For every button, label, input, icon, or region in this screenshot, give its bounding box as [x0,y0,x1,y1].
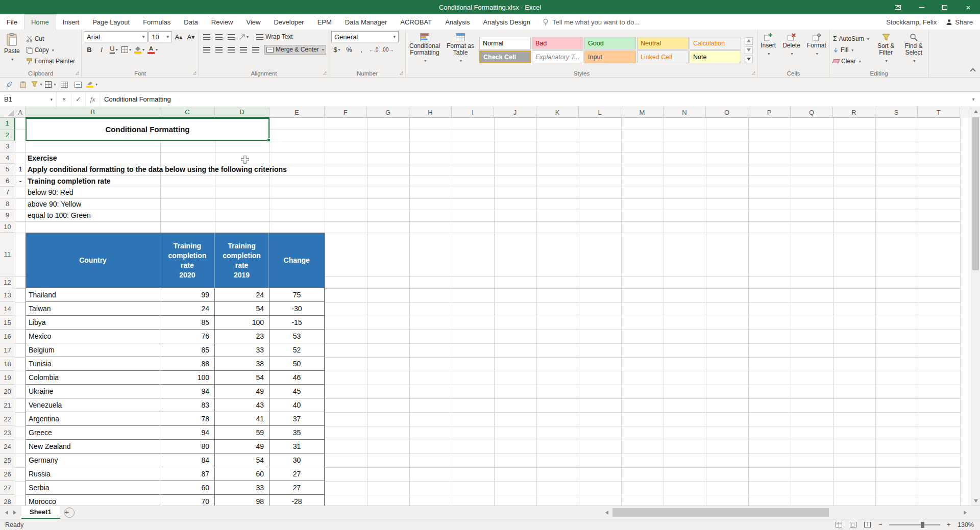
ribbon-tab-formulas[interactable]: Formulas [136,14,177,30]
column-header-d[interactable]: D [215,107,270,118]
column-header-g[interactable]: G [367,107,409,118]
qat-paste-button[interactable] [17,79,29,91]
table-header-training[interactable]: Training completion rate 2019 [215,233,270,288]
user-name[interactable]: Stockkamp, Felix [886,18,937,26]
cell-style-explanatory-t[interactable]: Explanatory T... [532,51,583,63]
previous-sheet-icon[interactable] [5,511,8,515]
paste-button[interactable]: Paste [2,31,22,69]
sheet-tab-sheet1[interactable]: Sheet1 [21,506,60,519]
table-cell-argentina-1[interactable]: 78 [160,412,215,426]
ribbon-tab-review[interactable]: Review [205,14,240,30]
qat-borders-button[interactable] [44,79,57,91]
column-header-i[interactable]: I [452,107,494,118]
cell-B6[interactable]: Training completion rate [28,175,111,187]
column-header-p[interactable]: P [748,107,791,118]
tell-me-box[interactable]: Tell me what you want to do... [542,14,640,30]
table-cell-mexico-1[interactable]: 76 [160,330,215,343]
ribbon-tab-file[interactable]: File [0,14,24,30]
table-cell-taiwan-0[interactable]: Taiwan [26,302,160,316]
insert-cells-button[interactable]: Insert [758,31,778,69]
table-cell-colombia-2[interactable]: 54 [215,371,270,385]
autosum-button[interactable]: ΣAutoSum [831,34,871,44]
table-cell-russia-2[interactable]: 60 [215,467,270,481]
table-cell-ukraine-1[interactable]: 94 [160,385,215,398]
table-cell-taiwan-1[interactable]: 24 [160,302,215,316]
ribbon-tab-home[interactable]: Home [24,14,56,30]
table-cell-greece-0[interactable]: Greece [26,426,160,440]
table-cell-germany-2[interactable]: 54 [215,453,270,467]
table-cell-morocco-2[interactable]: 98 [215,495,270,506]
table-cell-new-zealand-1[interactable]: 80 [160,440,215,453]
select-all-button[interactable] [0,107,15,118]
table-cell-greece-2[interactable]: 59 [215,426,270,440]
row-header-14[interactable]: 14 [0,302,15,316]
column-header-n[interactable]: N [664,107,706,118]
table-cell-venezuela-2[interactable]: 43 [215,398,270,412]
table-cell-morocco-0[interactable]: Morocco [26,495,160,506]
row-header-3[interactable]: 3 [0,141,15,153]
new-sheet-button[interactable]: + [64,508,75,518]
scroll-right-button[interactable] [961,506,970,519]
sort-filter-button[interactable]: Sort & Filter [873,31,899,69]
horizontal-scroll-thumb[interactable] [612,508,829,517]
row-header-19[interactable]: 19 [0,371,15,385]
table-cell-tunisia-2[interactable]: 38 [215,357,270,371]
conditional-formatting-button[interactable]: Conditional Formatting [408,31,442,69]
table-cell-argentina-0[interactable]: Argentina [26,412,160,426]
align-middle-button[interactable] [213,31,225,42]
table-cell-germany-1[interactable]: 84 [160,453,215,467]
increase-indent-button[interactable] [250,44,261,55]
table-cell-new-zealand-0[interactable]: New Zealand [26,440,160,453]
row-header-11[interactable]: 11 [0,233,15,276]
share-button[interactable]: Share [946,18,973,26]
table-cell-germany-3[interactable]: 30 [270,453,325,467]
align-bottom-button[interactable] [226,31,237,42]
table-header-country[interactable]: Country [26,233,160,288]
increase-decimal-button[interactable]: ←.0 [368,44,379,55]
font-size-select[interactable]: 10 [149,31,172,42]
table-cell-colombia-1[interactable]: 100 [160,371,215,385]
cell-style-input[interactable]: Input [584,51,636,63]
decrease-decimal-button[interactable]: .00→ [380,44,395,55]
cell-B4[interactable]: Exercise [28,153,57,164]
ribbon-tab-acrobat[interactable]: ACROBAT [394,14,438,30]
row-header-2[interactable]: 2 [0,130,15,141]
copy-button[interactable]: Copy [24,45,77,55]
find-select-button[interactable]: Find & Select [901,31,926,69]
row-header-6[interactable]: 6 [0,175,15,187]
row-header-24[interactable]: 24 [0,440,15,453]
row-header-7[interactable]: 7 [0,187,15,198]
table-header-training[interactable]: Training completion rate 2020 [160,233,215,288]
styles-gallery-up-button[interactable] [745,37,753,45]
table-cell-colombia-0[interactable]: Colombia [26,371,160,385]
clipboard-dialog-launcher-icon[interactable] [75,70,80,75]
table-cell-libya-3[interactable]: -15 [270,316,325,330]
table-cell-russia-0[interactable]: Russia [26,467,160,481]
cell-B7[interactable]: below 90: Red [28,187,74,198]
column-header-l[interactable]: L [579,107,621,118]
column-header-q[interactable]: Q [791,107,833,118]
row-header-10[interactable]: 10 [0,221,15,233]
styles-dialog-launcher-icon[interactable] [751,70,756,75]
table-cell-libya-1[interactable]: 85 [160,316,215,330]
row-header-22[interactable]: 22 [0,412,15,426]
minimize-button[interactable] [910,0,933,14]
column-header-t[interactable]: T [918,107,960,118]
cell-style-good[interactable]: Good [584,37,636,49]
table-cell-thailand-0[interactable]: Thailand [26,288,160,302]
cell-style-note[interactable]: Note [690,51,741,63]
table-cell-venezuela-3[interactable]: 40 [270,398,325,412]
table-cell-taiwan-2[interactable]: 54 [215,302,270,316]
row-header-28[interactable]: 28 [0,495,15,506]
column-header-o[interactable]: O [706,107,748,118]
ribbon-tab-data-manager[interactable]: Data Manager [338,14,394,30]
underline-button[interactable]: U [108,44,119,55]
table-cell-thailand-1[interactable]: 99 [160,288,215,302]
collapse-ribbon-icon[interactable] [970,68,975,73]
normal-view-button[interactable] [834,521,843,529]
row-header-13[interactable]: 13 [0,288,15,302]
cell-style-normal[interactable]: Normal [479,37,531,49]
row-header-12[interactable]: 12 [0,276,15,288]
horizontal-scrollbar[interactable] [602,506,980,519]
table-cell-russia-1[interactable]: 87 [160,467,215,481]
